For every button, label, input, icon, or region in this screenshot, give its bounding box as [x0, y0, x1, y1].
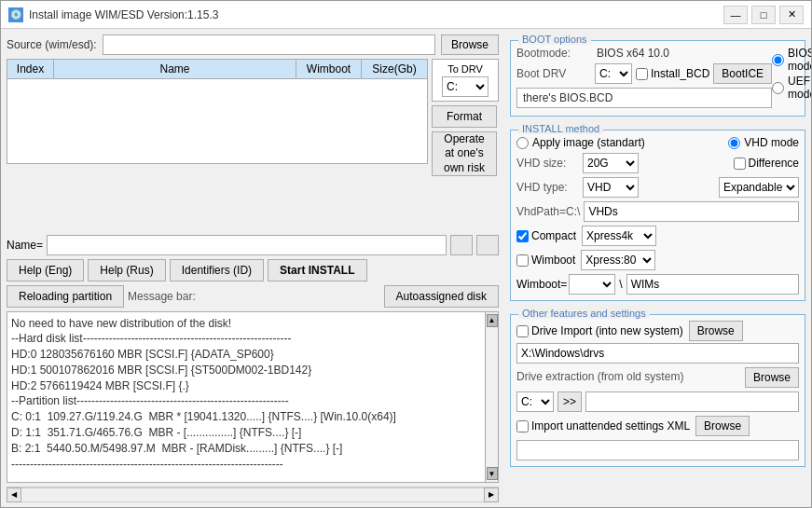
titlebar: 💿 Install image WIM/ESD Version:1.15.3 —…	[1, 1, 811, 29]
vhd-mode-radio[interactable]	[728, 137, 740, 149]
source-label: Source (wim/esd):	[7, 38, 97, 51]
xml-section: Import unattended settings XML Browse	[516, 416, 799, 460]
wimboot-path-select[interactable]	[569, 274, 615, 295]
close-button[interactable]: ✕	[779, 6, 804, 24]
install-bcd-checkbox[interactable]	[636, 68, 648, 80]
install-method-section: INSTALL method Apply image (standart) VH…	[510, 130, 805, 301]
help-rus-button[interactable]: Help (Rus)	[88, 259, 165, 281]
import-xml-checkbox[interactable]	[516, 420, 529, 432]
scroll-right-button[interactable]: ▶	[484, 487, 499, 502]
log-line: --Partition list------------------------…	[11, 393, 481, 409]
bootmode-value: BIOS x64 10.0	[597, 47, 669, 60]
boot-drv-row: Boot DRV C: Install_BCD BootICE	[516, 63, 772, 84]
operate-button[interactable]: Operateat one'sown risk	[432, 131, 497, 176]
log-line: HD:2 5766119424 MBR [SCSI.F] {.}	[11, 378, 481, 394]
compact-label: Compact	[531, 229, 576, 242]
side-controls: To DRV C: Format Operateat one'sown risk	[432, 59, 499, 231]
compact-checkbox[interactable]	[516, 230, 529, 242]
message-area: Message bar:	[128, 290, 380, 303]
drive-import-checkbox[interactable]	[516, 325, 529, 337]
bios-mode-radio[interactable]	[772, 54, 784, 66]
scroll-left-button[interactable]: ◀	[7, 487, 21, 502]
start-install-button[interactable]: Start INSTALL	[268, 259, 366, 281]
drive-extract-label-row: Drive extraction (from old system) Brows…	[516, 367, 799, 388]
format-button[interactable]: Format	[432, 105, 497, 128]
import-xml-option: Import unattended settings XML	[516, 419, 690, 432]
vhd-type-row: VHD type: VHDVHDX ExpandableFixed	[516, 177, 799, 198]
install-mode-row: Apply image (standart) VHD mode	[516, 136, 799, 149]
drive-extract-input[interactable]	[585, 391, 799, 412]
log-line: HD:1 500107862016 MBR [SCSI.F] {ST500DM0…	[11, 363, 481, 378]
drive-extract-arrow-button[interactable]: >>	[557, 391, 582, 412]
expandable-select[interactable]: ExpandableFixed	[719, 177, 799, 198]
install-bcd-text: Install_BCD	[651, 67, 709, 80]
wimboot-label: Wimboot	[531, 254, 575, 267]
name-input[interactable]	[47, 235, 447, 255]
apply-image-label: Apply image (standart)	[532, 136, 645, 149]
drive-extract-browse-button[interactable]: Browse	[745, 367, 799, 388]
operate-label: Operateat one'sown risk	[444, 132, 485, 176]
drive-import-path-input[interactable]	[516, 343, 799, 364]
wim-path-input[interactable]	[626, 274, 799, 295]
log-line: HD:0 128035676160 MBR [SCSI.F] {ADATA_SP…	[11, 347, 481, 363]
drive-import-row: Drive Import (into new system) Browse	[516, 321, 799, 341]
window-title: Install image WIM/ESD Version:1.15.3	[29, 8, 723, 21]
import-xml-label: Import unattended settings XML	[531, 419, 690, 432]
wimboot-path-label: Wimboot=	[516, 278, 567, 291]
compact-select[interactable]: Xpress4kXpress8kLZX	[582, 226, 656, 246]
col-wimboot: Wimboot	[296, 60, 362, 78]
log-area-container: No need to have new distribution of the …	[7, 311, 499, 484]
apply-image-option: Apply image (standart)	[516, 136, 645, 149]
other-features-section: Other features and settings Drive Import…	[510, 314, 805, 467]
col-size: Size(Gb)	[362, 60, 427, 78]
difference-label: Difference	[749, 157, 799, 170]
import-xml-browse-button[interactable]: Browse	[695, 416, 750, 436]
bcd-path-display: there's BIOS.BCD	[516, 88, 772, 108]
reloading-partition-button[interactable]: Reloading partition	[7, 285, 124, 308]
table-section: Index Name Wimboot Size(Gb)	[7, 59, 428, 231]
vhd-size-select[interactable]: 20G10G30G	[583, 153, 639, 173]
apply-image-radio[interactable]	[516, 137, 529, 149]
bootice-button[interactable]: BootICE	[713, 63, 772, 84]
minimize-button[interactable]: —	[723, 6, 748, 24]
boot-drv-select[interactable]: C:	[595, 63, 632, 84]
source-browse-button[interactable]: Browse	[441, 34, 499, 55]
name-btn2[interactable]	[476, 235, 499, 255]
drive-extract-label: Drive extraction (from old system)	[516, 370, 683, 383]
drive-import-browse-button[interactable]: Browse	[689, 321, 743, 341]
help-eng-button[interactable]: Help (Eng)	[7, 259, 84, 281]
import-xml-input[interactable]	[516, 440, 799, 460]
scroll-down-icon[interactable]: ▼	[487, 467, 498, 480]
maximize-button[interactable]: □	[751, 6, 776, 24]
log-line: B: 2:1 5440.50.M/5498.97.M MBR - [RAMDis…	[11, 441, 481, 457]
uefi-mode-radio[interactable]	[772, 82, 784, 94]
difference-option: Difference	[734, 157, 799, 170]
window-controls: — □ ✕	[723, 6, 804, 24]
install-bcd-label: Install_BCD	[636, 67, 709, 80]
wimboot-select[interactable]: Xpress:80Xpress:40	[581, 250, 655, 270]
log-scrollbar[interactable]: ▲ ▼	[486, 311, 499, 484]
todrv-box: To DRV C:	[432, 59, 499, 102]
source-input[interactable]	[103, 34, 435, 55]
wimboot-checkbox[interactable]	[516, 254, 529, 267]
drive-extract-section: Drive extraction (from old system) Brows…	[516, 367, 799, 412]
todrv-select[interactable]: C:	[442, 76, 489, 97]
difference-checkbox[interactable]	[734, 158, 746, 170]
autoassigned-disk-button[interactable]: Autoassigned disk	[384, 285, 499, 308]
boot-left: Bootmode: BIOS x64 10.0 Boot DRV C: Inst…	[516, 47, 772, 110]
log-content: No need to have new distribution of the …	[7, 311, 486, 484]
scroll-up-icon[interactable]: ▲	[487, 314, 498, 327]
compact-row: Compact Xpress4kXpress8kLZX	[516, 226, 799, 246]
log-line: --Hard disk list------------------------…	[11, 331, 481, 347]
vhdpath-input[interactable]	[584, 201, 799, 222]
name-btn1[interactable]	[450, 235, 473, 255]
vhd-type-select[interactable]: VHDVHDX	[583, 177, 639, 198]
identifiers-button[interactable]: Identifiers (ID)	[170, 259, 264, 281]
boot-options-section: BOOT options Bootmode: BIOS x64 10.0 Boo…	[510, 40, 805, 117]
drive-extract-drv-select[interactable]: C:	[516, 391, 554, 412]
scroll-track-h	[21, 487, 484, 502]
drive-import-option: Drive Import (into new system)	[516, 324, 683, 337]
drive-import-path-row	[516, 343, 799, 364]
right-panel: BOOT options Bootmode: BIOS x64 10.0 Boo…	[504, 29, 811, 507]
compact-option: Compact	[516, 229, 576, 242]
